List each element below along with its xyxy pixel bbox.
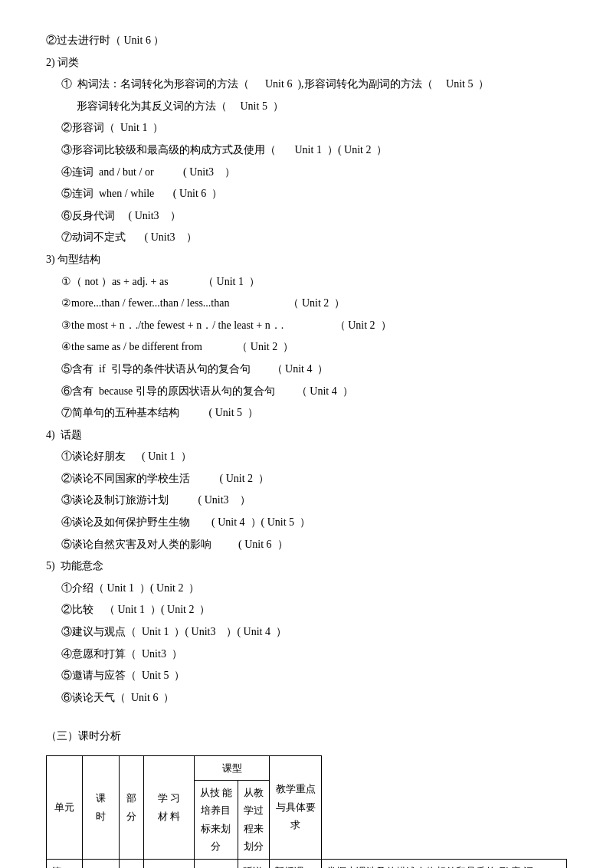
table-row: 第一单元Friends Perio d 1 Comic stripWelcome… [47, 859, 567, 868]
text-lines-section: ②过去进行时（ Unit 6 ） 2) 词类 ① 构词法：名词转化为形容词的方法… [46, 31, 567, 708]
line-word-formation: ① 构词法：名词转化为形容词的方法（ Unit 6 ),形容词转化为副词的方法（… [46, 74, 567, 95]
line-func-suggestion: ③建议与观点（ Unit 1 ）( Unit3 ）( Unit 4 ） [46, 622, 567, 643]
cell-unit: 第一单元Friends [47, 859, 83, 868]
col-key-points: 教学重点与具体要求 [270, 755, 322, 859]
line-word-class-title: 2) 词类 [46, 53, 567, 74]
main-content: ②过去进行时（ Unit 6 ） 2) 词类 ① 构词法：名词转化为形容词的方法… [46, 31, 567, 868]
line-func-intention: ④意愿和打算（ Unit3 ） [46, 644, 567, 665]
line-func-intro: ①介绍（ Unit 1 ）( Unit 2 ） [46, 578, 567, 599]
line-word-formation-2: 形容词转化为其反义词的方法（ Unit 5 ） [46, 97, 567, 117]
line-more-than: ②more...than / fewer...than / less...tha… [46, 293, 567, 314]
table-section-title: （三）课时分析 [46, 726, 567, 745]
cell-material: Comic stripWelcometo theunit [143, 859, 195, 868]
line-conjunction-when: ⑤连词 when / while ( Unit 6 ） [46, 184, 567, 205]
line-func-compare: ②比较 （ Unit 1 ）( Unit 2 ） [46, 600, 567, 621]
cell-part [120, 859, 143, 868]
line-function-title: 5) 功能意念 [46, 556, 567, 577]
lesson-analysis-table: 单元 课时 部分 学 习材 料 课型 教学重点与具体要求 从技 能培养目标来划分… [46, 755, 567, 868]
cell-key-points: 掌握本课涉及的描述人物相貌和品质的 形 容 词 ： good-looking，s… [322, 859, 567, 868]
col-lesson-type-header: 课型 [195, 755, 270, 780]
col-part: 部分 [120, 755, 143, 859]
cell-pages: P6---7 [195, 859, 238, 868]
line-same-as: ④the same as / be different from （ Unit … [46, 337, 567, 358]
line-not-as: ①（ not ）as + adj. + as （ Unit 1 ） [46, 272, 567, 293]
line-func-invitation: ⑤邀请与应答（ Unit 5 ） [46, 666, 567, 686]
line-func-weather: ⑥谈论天气（ Unit 6 ） [46, 688, 567, 709]
line-most: ③the most + n．./the fewest + n．/ the lea… [46, 316, 567, 336]
line-if-clause: ⑤含有 if 引导的条件状语从句的复合句 （ Unit 4 ） [46, 359, 567, 380]
col-from-process: 从教学过程来划分 [238, 780, 270, 859]
line-topic-travel: ③谈论及制订旅游计划 ( Unit3 ） [46, 490, 567, 511]
line-past-progressive: ②过去进行时（ Unit 6 ） [46, 31, 567, 51]
line-reflexive-pronoun: ⑥反身代词 ( Unit3 ） [46, 206, 567, 227]
line-simple-sentence: ⑦简单句的五种基本结构 ( Unit 5 ） [46, 403, 567, 424]
line-topic-friends: ①谈论好朋友 ( Unit 1 ） [46, 447, 567, 467]
col-period: 课时 [82, 755, 119, 859]
line-topic-school: ②谈论不同国家的学校生活 ( Unit 2 ） [46, 469, 567, 490]
cell-from-skill: 听说课 [238, 859, 270, 868]
table-section: （三）课时分析 单元 课时 部分 学 习材 料 课型 教学重点与具体要求 从技 … [46, 726, 567, 868]
line-sentence-structure-title: 3) 句型结构 [46, 250, 567, 270]
line-infinitive: ⑦动词不定式 ( Unit3 ） [46, 228, 567, 248]
cell-from-process: 新授课 [270, 859, 322, 868]
line-adj-comparative: ③形容词比较级和最高级的构成方式及使用（ Unit 1 ）( Unit 2 ） [46, 140, 567, 161]
col-material: 学 习材 料 [143, 755, 195, 859]
line-adjective: ②形容词（ Unit 1 ） [46, 118, 567, 139]
line-topic-title: 4) 话题 [46, 425, 567, 446]
line-because-clause: ⑥含有 because 引导的原因状语从句的复合句 （ Unit 4 ） [46, 382, 567, 402]
line-topic-disaster: ⑤谈论自然灾害及对人类的影响 ( Unit 6 ） [46, 535, 567, 555]
col-unit: 单元 [47, 755, 83, 859]
line-conjunction-and: ④连词 and / but / or ( Unit3 ） [46, 162, 567, 183]
line-topic-wildlife: ④谈论及如何保护野生生物 ( Unit 4 ）( Unit 5 ） [46, 513, 567, 533]
col-from-skill: 从技 能培养目标来划分 [195, 780, 238, 859]
cell-period: Perio d 1 [82, 859, 119, 868]
